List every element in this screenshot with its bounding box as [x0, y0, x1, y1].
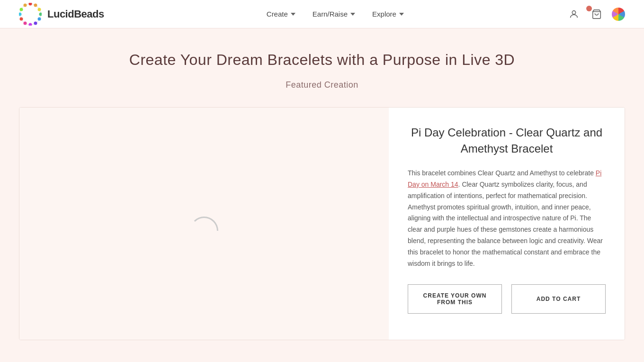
- product-title: Pi Day Celebration - Clear Quartz and Am…: [408, 125, 606, 156]
- theme-selector[interactable]: [612, 8, 625, 21]
- hero-title: Create Your Dream Bracelets with a Purpo…: [9, 51, 635, 69]
- cart-wrapper[interactable]: [589, 7, 604, 22]
- svg-point-8: [24, 21, 27, 25]
- product-info-panel: Pi Day Celebration - Clear Quartz and Am…: [389, 108, 625, 340]
- svg-point-0: [20, 4, 41, 25]
- svg-point-2: [34, 3, 37, 7]
- product-description: This bracelet combines Clear Quartz and …: [408, 168, 606, 269]
- svg-point-9: [20, 17, 23, 20]
- product-image-panel: [19, 108, 389, 340]
- logo-icon: [19, 3, 42, 26]
- svg-point-4: [39, 12, 42, 16]
- chevron-down-icon: [350, 13, 355, 16]
- user-icon[interactable]: [566, 7, 581, 22]
- navbar-left: LucidBeads: [19, 3, 104, 26]
- action-buttons: CREATE YOUR OWN FROM THIS ADD TO CART: [408, 284, 606, 314]
- navbar-nav: Create Earn/Raise Explore: [267, 10, 404, 18]
- create-own-button[interactable]: CREATE YOUR OWN FROM THIS: [408, 284, 502, 314]
- svg-point-5: [38, 17, 41, 20]
- nav-explore[interactable]: Explore: [372, 10, 404, 18]
- svg-point-11: [20, 8, 23, 11]
- chevron-down-icon: [399, 13, 404, 16]
- svg-point-10: [19, 12, 22, 16]
- svg-point-13: [572, 10, 575, 14]
- featured-card: Pi Day Celebration - Clear Quartz and Am…: [19, 107, 625, 340]
- description-text-2: . Clear Quartz symbolizes clarity, focus…: [408, 181, 603, 267]
- svg-point-3: [38, 8, 41, 11]
- brand-name[interactable]: LucidBeads: [47, 8, 104, 20]
- loading-spinner: [190, 217, 218, 231]
- chevron-down-icon: [291, 13, 295, 16]
- svg-point-12: [24, 3, 27, 7]
- navbar: LucidBeads Create Earn/Raise Explore: [0, 0, 644, 28]
- svg-point-1: [29, 3, 32, 6]
- nav-earn-raise[interactable]: Earn/Raise: [313, 10, 355, 18]
- add-to-cart-button[interactable]: ADD TO CART: [511, 284, 606, 314]
- hero-section: Create Your Dream Bracelets with a Purpo…: [0, 28, 644, 107]
- navbar-right: [566, 7, 625, 22]
- nav-create[interactable]: Create: [267, 10, 295, 18]
- svg-point-6: [34, 21, 37, 25]
- svg-point-7: [29, 23, 32, 26]
- description-text-1: This bracelet combines Clear Quartz and …: [408, 169, 596, 177]
- featured-creation-label: Featured Creation: [9, 80, 635, 90]
- cart-badge: [586, 6, 592, 11]
